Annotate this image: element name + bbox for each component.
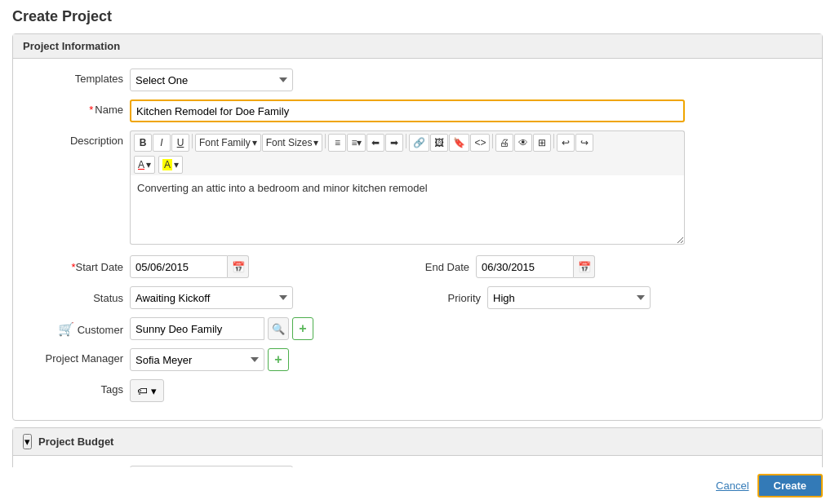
- sep2: [325, 134, 326, 148]
- highlight-color-dropdown[interactable]: A ▾: [158, 156, 183, 174]
- code-button[interactable]: <>: [470, 134, 490, 152]
- undo-button[interactable]: ↩: [557, 134, 575, 152]
- font-family-chevron: ▾: [252, 137, 257, 148]
- name-label: *Name: [25, 99, 123, 116]
- status-select[interactable]: Awaiting Kickoff In Progress Completed O…: [130, 286, 293, 309]
- description-toolbar: B I U Font Family ▾ Font Sizes ▾: [130, 130, 685, 154]
- priority-label: Priority: [383, 292, 481, 304]
- project-budget-header: ▾ Project Budget: [13, 428, 822, 456]
- status-label: Status: [25, 292, 123, 304]
- page-title: Create Project: [12, 8, 823, 25]
- sep3: [406, 134, 406, 148]
- footer: Cancel Create: [0, 467, 835, 504]
- project-info-label: Project Information: [23, 40, 120, 52]
- font-sizes-dropdown[interactable]: Font Sizes ▾: [262, 134, 323, 152]
- list-ul-button[interactable]: ≡: [328, 134, 346, 152]
- align-right-button[interactable]: ➡: [385, 134, 403, 152]
- end-date-input[interactable]: [476, 255, 574, 278]
- underline-button[interactable]: U: [171, 134, 189, 152]
- description-textarea[interactable]: Converting an attic into a bedroom and m…: [130, 175, 685, 245]
- create-button[interactable]: Create: [757, 474, 823, 497]
- tags-area: 🏷 ▾: [130, 379, 164, 402]
- font-sizes-chevron: ▾: [313, 137, 318, 148]
- templates-row: Templates Select One: [25, 69, 810, 91]
- table-button[interactable]: ⊞: [533, 134, 551, 152]
- project-info-panel: Project Information Templates Select One…: [12, 33, 823, 421]
- end-date-calendar-button[interactable]: 📅: [574, 255, 595, 278]
- customer-search-button[interactable]: 🔍: [268, 317, 289, 340]
- project-info-body: Templates Select One *Name Description B: [13, 59, 822, 420]
- sep1: [192, 134, 193, 148]
- bookmark-button[interactable]: 🔖: [449, 134, 469, 152]
- font-family-dropdown[interactable]: Font Family ▾: [195, 134, 261, 152]
- end-date-cell: End Date 📅: [371, 255, 595, 278]
- link-button[interactable]: 🔗: [409, 134, 429, 152]
- font-color-dropdown[interactable]: A ▾: [134, 156, 155, 174]
- sep5: [553, 134, 554, 148]
- customer-row: 🛒 Customer 🔍 +: [25, 317, 810, 340]
- end-date-input-group: 📅: [476, 255, 595, 278]
- customer-input[interactable]: [130, 317, 264, 340]
- align-left-button[interactable]: ⬅: [366, 134, 384, 152]
- italic-button[interactable]: I: [153, 134, 171, 152]
- priority-select[interactable]: High Medium Low: [487, 286, 651, 309]
- description-toolbar-row2: A ▾ A ▾: [130, 154, 685, 175]
- templates-label: Templates: [25, 69, 123, 85]
- description-row: Description B I U Font Family ▾ Font Si: [25, 130, 810, 247]
- description-label: Description: [25, 130, 123, 147]
- preview-button[interactable]: 👁: [514, 134, 532, 152]
- name-input[interactable]: [130, 99, 685, 122]
- status-priority-row: Status Awaiting Kickoff In Progress Comp…: [25, 286, 810, 309]
- customer-icon: 🛒: [58, 322, 74, 336]
- start-date-calendar-button[interactable]: 📅: [228, 255, 249, 278]
- end-date-label: End Date: [371, 261, 469, 273]
- templates-select[interactable]: Select One: [130, 69, 293, 91]
- customer-input-group: 🔍 +: [130, 317, 313, 340]
- project-info-header: Project Information: [13, 34, 822, 59]
- budget-collapse-button[interactable]: ▾: [23, 434, 32, 449]
- tags-row: Tags 🏷 ▾: [25, 379, 810, 402]
- bold-button[interactable]: B: [134, 134, 152, 152]
- manager-row: Project Manager Sofia Meyer John Smith +: [25, 348, 810, 371]
- start-date-input[interactable]: [130, 255, 228, 278]
- manager-select[interactable]: Sofia Meyer John Smith: [130, 348, 264, 371]
- sep4: [492, 134, 493, 148]
- list-dropdown-button[interactable]: ≡▾: [347, 134, 366, 152]
- priority-cell: Priority High Medium Low: [383, 286, 651, 309]
- tags-label: Tags: [25, 379, 123, 396]
- dates-row: *Start Date 📅 End Date 📅: [25, 255, 810, 278]
- redo-button[interactable]: ↪: [575, 134, 593, 152]
- font-color-chevron: ▾: [146, 159, 151, 170]
- highlight-color-chevron: ▾: [174, 159, 179, 170]
- start-date-cell: *Start Date 📅: [25, 255, 249, 278]
- print-button[interactable]: 🖨: [495, 134, 513, 152]
- description-editor: B I U Font Family ▾ Font Sizes ▾: [130, 130, 685, 247]
- project-budget-label: Project Budget: [38, 435, 113, 448]
- name-required-indicator: *: [89, 104, 93, 116]
- manager-input-group: Sofia Meyer John Smith +: [130, 348, 289, 371]
- customer-add-button[interactable]: +: [292, 317, 313, 340]
- tag-icon: 🏷: [137, 385, 148, 397]
- start-date-input-group: 📅: [130, 255, 249, 278]
- tags-chevron: ▾: [151, 385, 157, 397]
- image-button[interactable]: 🖼: [430, 134, 448, 152]
- name-row: *Name: [25, 99, 810, 122]
- cancel-button[interactable]: Cancel: [716, 480, 748, 492]
- status-cell: Status Awaiting Kickoff In Progress Comp…: [25, 286, 293, 309]
- tags-button[interactable]: 🏷 ▾: [130, 379, 164, 402]
- start-date-label: *Start Date: [25, 261, 123, 273]
- manager-add-button[interactable]: +: [268, 348, 289, 371]
- manager-label: Project Manager: [25, 348, 123, 365]
- customer-label: 🛒 Customer: [25, 317, 123, 337]
